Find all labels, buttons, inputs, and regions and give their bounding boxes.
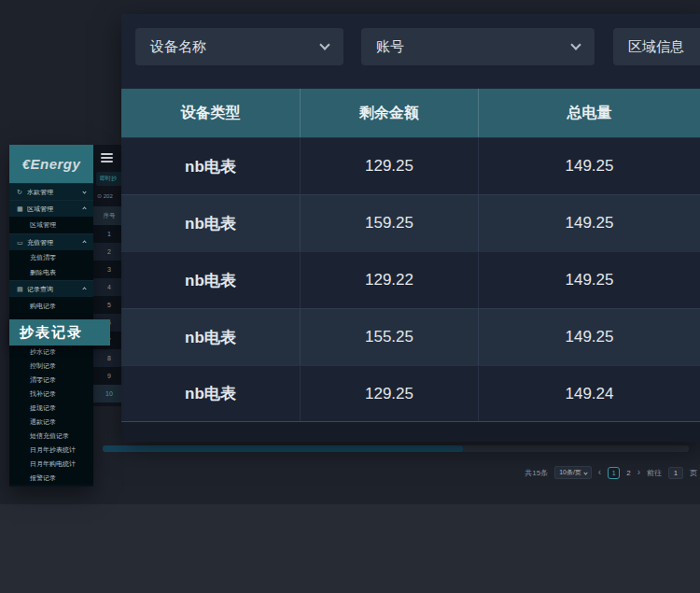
hamburger-menu-icon[interactable] [101,153,113,162]
cell-remaining-amount: 129.25 [301,366,479,421]
chevron-down-icon [570,39,581,49]
page-background-bottom [0,504,700,593]
cell-total-energy: 149.25 [479,252,700,308]
sidebar-group-records[interactable]: ▤ 记录查询 [9,280,93,297]
table-header-row: 设备类型 剩余金额 总电量 [121,89,700,137]
cell-remaining-amount: 159.25 [301,195,479,251]
sidebar-group-recharge[interactable]: ▭ 充值管理 [9,233,93,250]
page-size-select[interactable]: 10条/页 [554,466,592,479]
group-label: 充值管理 [27,238,83,247]
sidebar-item-reset-records[interactable]: 清零记录 [9,373,93,387]
goto-suffix: 页 [690,468,697,478]
cell-total-energy: 149.25 [479,195,700,251]
sidebar-group-region[interactable]: ▦ 区域管理 [9,200,93,217]
panel-footer [121,422,700,442]
seq-cell: 3 [93,261,125,278]
pagination-total: 共15条 [525,468,548,478]
sidebar-item-reading-stats[interactable]: 日月年抄表统计 [9,443,93,457]
sidebar-item-sms-recharge-records[interactable]: 短信充值记录 [9,429,93,443]
prev-page-button[interactable]: ‹ [598,468,601,477]
header-total-energy: 总电量 [479,89,700,137]
next-page-button[interactable]: › [637,468,640,477]
cell-remaining-amount: 155.25 [301,309,479,365]
cell-total-energy: 149.24 [479,366,700,421]
goto-label: 前往 [647,468,662,478]
sidebar-item-region-manage[interactable]: 区域管理 [9,217,93,233]
app-logo: €Energy [9,145,93,183]
account-label: 账号 [376,38,563,56]
cell-device-type: nb电表 [121,138,301,194]
main-content-panel: 设备名称 账号 区域信息 设备类型 剩余金额 总电量 nb电表 129.25 1… [121,14,700,442]
seq-cell: 1 [93,225,125,243]
group-label: 记录查询 [27,285,83,294]
header-remaining-amount: 剩余金额 [301,89,479,137]
sidebar-item-withdraw-records[interactable]: 提现记录 [9,401,93,415]
group-label: 区域管理 [27,205,83,214]
chevron-down-icon [82,190,86,193]
cell-device-type: nb电表 [121,195,301,251]
sidebar-item-refund-records[interactable]: 退款记录 [9,415,93,429]
sidebar-item-purchase-stats[interactable]: 日月年购电统计 [9,457,93,471]
page-button-current[interactable]: 1 [608,467,620,479]
device-name-label: 设备名称 [150,38,312,56]
region-info-select[interactable]: 区域信息 [613,28,700,65]
region-icon: ▦ [17,205,27,212]
records-icon: ▤ [17,286,27,292]
underlying-table-strip: 即时抄 ⊙ 202 序号 1 2 3 4 5 6 7 8 9 10 [93,145,125,406]
seq-cell: 5 [93,296,125,314]
cell-remaining-amount: 129.22 [301,252,479,308]
table-row: nb电表 129.25 149.25 [121,137,700,194]
cell-device-type: nb电表 [121,252,301,308]
sidebar-item-delete-meter[interactable]: 删除电表 [9,265,93,280]
seq-column-header: 序号 [93,206,125,225]
account-select[interactable]: 账号 [361,28,595,65]
chevron-down-icon [583,471,587,474]
cell-total-energy: 149.25 [479,138,700,194]
cell-device-type: nb电表 [121,309,301,365]
seq-cell: 2 [93,243,125,261]
sidebar-item-water-reading-records[interactable]: 抄水记录 [9,345,93,359]
header-device-type: 设备类型 [121,89,301,137]
table-row: nb电表 129.25 149.24 [121,365,700,422]
date-text: 202 [104,193,113,199]
goto-page-input[interactable]: 1 [668,467,683,479]
page-size-value: 10条/页 [559,468,581,477]
cell-device-type: nb电表 [121,366,301,421]
seq-cell: 9 [93,367,125,385]
screenshot-stage: 即时抄 ⊙ 202 序号 1 2 3 4 5 6 7 8 9 10 共15条 1… [0,0,700,593]
table-row: nb电表 159.25 149.25 [121,194,700,251]
clock-icon: ⊙ [97,193,102,199]
sidebar-group-payment[interactable]: ↻ 水款管理 [9,183,93,200]
chevron-up-icon [82,240,86,244]
sidebar-item-purchase-records[interactable]: 购电记录 [9,297,93,316]
scrollbar-thumb[interactable] [103,445,463,452]
meter-reading-table: 设备类型 剩余金额 总电量 nb电表 129.25 149.25 nb电表 15… [121,89,700,422]
sidebar-item-recharge-clear[interactable]: 充值清零 [9,250,93,265]
page-button-2[interactable]: 2 [626,469,630,477]
refresh-icon: ↻ [17,189,27,195]
device-name-select[interactable]: 设备名称 [135,28,343,65]
cell-total-energy: 149.25 [479,309,700,365]
region-info-label: 区域信息 [628,38,700,56]
chevron-up-icon [82,206,86,210]
seq-cell: 4 [93,278,125,296]
chevron-down-icon [319,39,329,49]
instant-read-button[interactable]: 即时抄 [96,172,124,186]
seq-cell-active: 10 [93,385,125,402]
cell-remaining-amount: 129.25 [301,138,479,194]
sidebar: €Energy ↻ 水款管理 ▦ 区域管理 区域管理 ▭ 充值管理 充值清零 删… [9,145,93,487]
pagination: 共15条 10条/页 ‹ 1 2 › 前往 1 页 [525,463,697,482]
horizontal-scrollbar[interactable] [103,445,689,452]
sidebar-item-adjust-records[interactable]: 找补记录 [9,387,93,401]
group-label: 水款管理 [27,188,83,197]
chevron-up-icon [82,287,86,290]
sidebar-item-alarm-records[interactable]: 报警记录 [9,471,93,485]
seq-cell: 8 [93,349,125,367]
table-row: nb电表 129.22 149.25 [121,251,700,308]
card-icon: ▭ [17,239,27,246]
sidebar-item-meter-reading-records-active[interactable]: 抄表记录 [9,319,110,346]
table-row: nb电表 155.25 149.25 [121,308,700,365]
sidebar-item-control-records[interactable]: 控制记录 [9,359,93,373]
